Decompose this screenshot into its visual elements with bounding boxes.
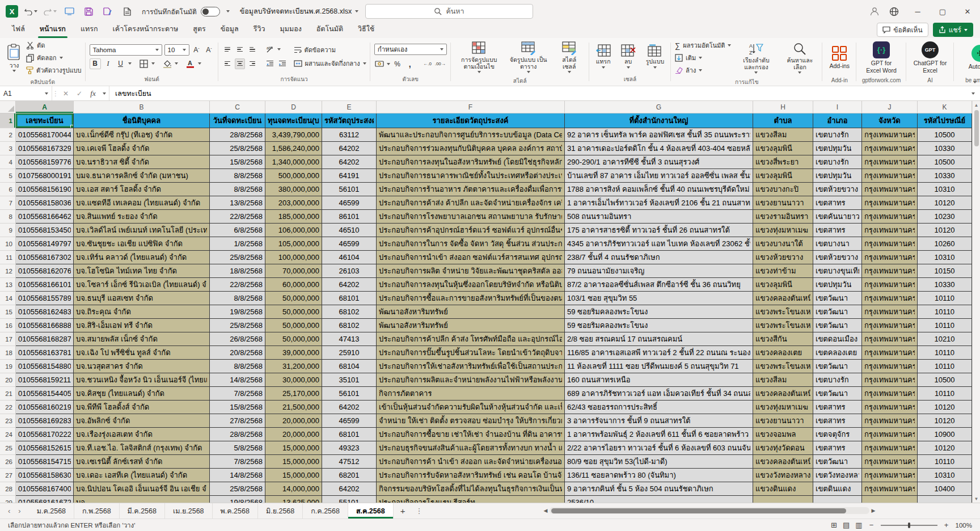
addins-button[interactable]: Add-ins	[826, 44, 852, 70]
cell-E27[interactable]: 68201	[322, 469, 377, 482]
cell-F5[interactable]: ประกอบกิจการธนาคารพาณิชย์ทั้งในประเทศหรื…	[377, 169, 565, 183]
new-sheet-button[interactable]: +	[394, 503, 412, 519]
cell-D29[interactable]: 13,625,000	[265, 496, 322, 503]
menu-tab-ข้อมูล[interactable]: ข้อมูล	[213, 21, 246, 38]
cell-K18[interactable]: 10110	[918, 346, 972, 360]
cell-I24[interactable]: เขตจตุจักร	[813, 428, 862, 441]
cell-E13[interactable]: 64202	[322, 278, 377, 292]
cell-J15[interactable]: กรุงเทพมหานคร	[862, 305, 918, 319]
cell-F8[interactable]: ประกอบกิจการโรงพยาบาลเอกชน สถานพยาบาล รั…	[377, 210, 565, 224]
cell-G20[interactable]: 160 ถนนสาทรเหนือ	[565, 373, 753, 387]
cell-K14[interactable]: 10110	[918, 292, 972, 305]
cell-H10[interactable]: แขวงบางนาใต้	[753, 237, 813, 251]
cell-C27[interactable]: 14/8/2568	[210, 469, 265, 482]
cell-K17[interactable]: 10210	[918, 332, 972, 346]
cell-F9[interactable]: ประกอบกิจการค้าอุปกรณ์ฮาร์ดแวร์ ซอฟต์แวร…	[377, 224, 565, 237]
font-size-select[interactable]: 10	[164, 44, 189, 56]
cell-H11[interactable]: แขวงห้วยขวาง	[753, 251, 813, 264]
cell-A20[interactable]: 0105568159211	[16, 373, 74, 387]
cell-A3[interactable]: 0105568167329	[16, 142, 74, 155]
cell-E14[interactable]: 68101	[322, 292, 377, 305]
cell-I27[interactable]: เขตวังทองหลาง	[813, 469, 862, 482]
font-name-select[interactable]: Tahoma	[90, 44, 162, 56]
cell-C29[interactable]: 19/8/2568	[210, 496, 265, 503]
vertical-scroll-thumb[interactable]	[974, 110, 979, 146]
search-input[interactable]: ค้นหา	[365, 4, 533, 19]
cell-H28[interactable]: แขวงดินแดง	[753, 482, 813, 496]
row-header-6[interactable]: 6	[0, 183, 16, 196]
align-left-button[interactable]	[222, 58, 233, 69]
cell-E21[interactable]: 56101	[322, 387, 377, 401]
column-header-C[interactable]: C	[210, 101, 265, 113]
cell-I8[interactable]: เขตคันนายาว	[813, 210, 862, 224]
cell-K3[interactable]: 10330	[918, 142, 972, 155]
cell-G10[interactable]: 4345 อาคารภิรัชทาวเวอร์ แอท ไบเทค ห้องเล…	[565, 237, 753, 251]
cell-K29[interactable]	[918, 496, 972, 503]
cell-H18[interactable]: แขวงคลองเตย	[753, 346, 813, 360]
cell-E24[interactable]: 68101	[322, 428, 377, 441]
cell-E1[interactable]: รหัสวัตถุประสงค์	[322, 113, 377, 128]
cell-G1[interactable]: ที่ตั้งสำนักงานใหญ่	[565, 113, 753, 128]
format-as-table-button[interactable]: จัดรูปแบบ เป็นตาราง	[507, 40, 550, 74]
row-header-22[interactable]: 22	[0, 401, 16, 414]
cell-C17[interactable]: 26/8/2568	[210, 332, 265, 346]
cell-D9[interactable]: 106,000,000	[265, 224, 322, 237]
cell-E18[interactable]: 25910	[322, 346, 377, 360]
cell-H25[interactable]: แขวงทุ่งวัดดอน	[753, 441, 813, 455]
cell-K5[interactable]: 10330	[918, 169, 972, 183]
cell-I29[interactable]	[813, 496, 862, 503]
cell-H20[interactable]: แขวงสีลม	[753, 373, 813, 387]
cell-K22[interactable]: 10120	[918, 401, 972, 414]
increase-decimal-button[interactable]: ←.0	[423, 58, 433, 69]
cell-B11[interactable]: บจ.เทิร์น คลาวด์ (ไทยแลนด์) จำกัด	[74, 251, 210, 264]
cell-I14[interactable]: เขตวัฒนา	[813, 292, 862, 305]
cell-I9[interactable]: เขตสาทร	[813, 224, 862, 237]
decrease-decimal-button[interactable]: .00→	[435, 58, 446, 69]
align-center-button[interactable]	[235, 58, 245, 69]
cell-G12[interactable]: 79 ถนนอนามัยงามเจริญ	[565, 264, 753, 278]
cell-J7[interactable]: กรุงเทพมหานคร	[862, 196, 918, 210]
row-header-28[interactable]: 28	[0, 482, 16, 496]
number-format-select[interactable]: กำหนดเอง	[374, 44, 447, 55]
cell-H13[interactable]: แขวงลุมพินี	[753, 278, 813, 292]
qat-overflow-chevron-icon[interactable]	[226, 10, 230, 12]
minimize-button[interactable]: ─	[905, 0, 930, 23]
cell-A11[interactable]: 0105568167302	[16, 251, 74, 264]
row-header-20[interactable]: 20	[0, 373, 16, 387]
cell-C22[interactable]: 15/8/2568	[210, 401, 265, 414]
cell-J26[interactable]: กรุงเทพมหานคร	[862, 455, 918, 469]
cut-button[interactable]: ตัด	[26, 40, 82, 50]
autosum-button[interactable]: ∑ผลรวมอัตโนมัติ	[675, 40, 731, 50]
cell-F19[interactable]: ประกอบกิจการให้เช่าอสังหาริมทรัพย์เพื่อใ…	[377, 360, 565, 373]
undo-button[interactable]	[24, 5, 37, 18]
row-header-24[interactable]: 24	[0, 428, 16, 441]
cell-I25[interactable]: เขตสาทร	[813, 441, 862, 455]
tab-overflow-kebab-icon[interactable]: ⋮	[412, 503, 426, 519]
cell-D28[interactable]: 14,000,000	[265, 482, 322, 496]
cell-D5[interactable]: 500,000,000	[265, 169, 322, 183]
cell-D1[interactable]: ทุนจดทะเบียน(บาท)	[265, 113, 322, 128]
cell-E2[interactable]: 63112	[322, 128, 377, 142]
cell-J27[interactable]: กรุงเทพมหานคร	[862, 469, 918, 482]
cell-E19[interactable]: 68104	[322, 360, 377, 373]
row-header-8[interactable]: 8	[0, 210, 16, 224]
cell-G4[interactable]: 290-290/1 อาคารทีซีซี ชั้นที่ 3 ถนนสุรวง…	[565, 155, 753, 169]
cell-I21[interactable]: เขตวัฒนา	[813, 387, 862, 401]
cell-E12[interactable]: 26103	[322, 264, 377, 278]
cell-C26[interactable]: 7/8/2568	[210, 455, 265, 469]
cell-K8[interactable]: 10230	[918, 210, 972, 224]
cell-E7[interactable]: 46599	[322, 196, 377, 210]
zoom-in-button[interactable]: +	[943, 521, 950, 529]
row-header-26[interactable]: 26	[0, 455, 16, 469]
cell-B26[interactable]: บจ.เซเรนิตี้ ลักซ์เรสท์ จำกัด	[74, 455, 210, 469]
cell-H9[interactable]: แขวงทุ่งมหาเมฆ	[753, 224, 813, 237]
cell-J11[interactable]: กรุงเทพมหานคร	[862, 251, 918, 264]
cell-E26[interactable]: 47512	[322, 455, 377, 469]
cell-B8[interactable]: บจ.สินแพทย์ ระยอง จำกัด	[74, 210, 210, 224]
cell-H8[interactable]: แขวงรามอินทรา	[753, 210, 813, 224]
cell-G24[interactable]: 1 อาคารพร้อมพันธุ์ 2 ห้องเลขที่ 611 ชั้น…	[565, 428, 753, 441]
cell-B21[interactable]: บจ.คิสชุย (ไทยแลนด์) จำกัด	[74, 387, 210, 401]
cell-J29[interactable]	[862, 496, 918, 503]
menu-tab-เค้าโครงหน้ากระดาษ[interactable]: เค้าโครงหน้ากระดาษ	[105, 21, 186, 38]
cell-C6[interactable]: 8/8/2568	[210, 183, 265, 196]
